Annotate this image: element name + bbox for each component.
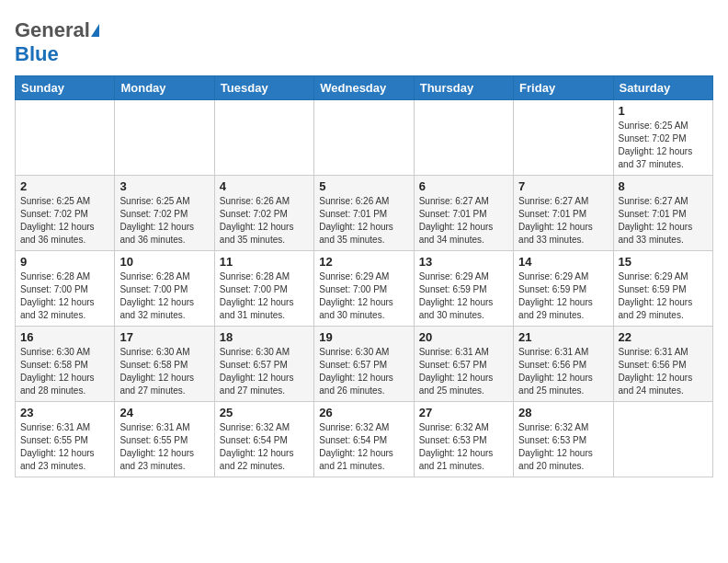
calendar-cell [115,100,214,176]
day-number: 11 [220,255,309,269]
calendar-cell: 1Sunrise: 6:25 AM Sunset: 7:02 PM Daylig… [613,100,712,176]
day-info: Sunrise: 6:31 AM Sunset: 6:56 PM Dayligh… [518,346,608,397]
day-number: 17 [119,330,209,344]
day-info: Sunrise: 6:31 AM Sunset: 6:57 PM Dayligh… [419,346,508,397]
day-info: Sunrise: 6:30 AM Sunset: 6:57 PM Dayligh… [319,346,408,397]
weekday-header-friday: Friday [514,76,613,100]
logo-blue: Blue [15,42,59,66]
calendar-cell: 13Sunrise: 6:29 AM Sunset: 6:59 PM Dayli… [414,251,513,327]
day-number: 4 [220,179,309,193]
day-info: Sunrise: 6:30 AM Sunset: 6:58 PM Dayligh… [119,346,209,397]
day-info: Sunrise: 6:27 AM Sunset: 7:01 PM Dayligh… [518,195,608,247]
day-info: Sunrise: 6:29 AM Sunset: 6:59 PM Dayligh… [619,270,708,322]
calendar-cell: 16Sunrise: 6:30 AM Sunset: 6:58 PM Dayli… [16,327,115,402]
day-number: 14 [518,255,608,269]
day-info: Sunrise: 6:27 AM Sunset: 7:01 PM Dayligh… [619,195,708,247]
calendar-cell: 3Sunrise: 6:25 AM Sunset: 7:02 PM Daylig… [115,176,214,251]
calendar-table: SundayMondayTuesdayWednesdayThursdayFrid… [15,75,713,477]
day-info: Sunrise: 6:28 AM Sunset: 7:00 PM Dayligh… [20,270,109,322]
calendar-week-row: 9Sunrise: 6:28 AM Sunset: 7:00 PM Daylig… [16,251,713,327]
day-info: Sunrise: 6:25 AM Sunset: 7:02 PM Dayligh… [119,195,209,247]
calendar-cell: 18Sunrise: 6:30 AM Sunset: 6:57 PM Dayli… [214,327,313,402]
day-number: 3 [119,179,209,193]
day-number: 28 [518,406,608,419]
day-number: 20 [419,330,508,344]
calendar-cell [16,100,115,176]
calendar-cell: 4Sunrise: 6:26 AM Sunset: 7:02 PM Daylig… [214,176,313,251]
weekday-header-monday: Monday [115,76,214,100]
day-info: Sunrise: 6:31 AM Sunset: 6:55 PM Dayligh… [119,421,209,473]
day-info: Sunrise: 6:29 AM Sunset: 6:59 PM Dayligh… [518,270,608,322]
day-info: Sunrise: 6:31 AM Sunset: 6:55 PM Dayligh… [20,421,109,473]
calendar-week-row: 23Sunrise: 6:31 AM Sunset: 6:55 PM Dayli… [16,402,713,477]
day-info: Sunrise: 6:25 AM Sunset: 7:02 PM Dayligh… [619,120,708,171]
calendar-cell [314,100,414,176]
day-info: Sunrise: 6:32 AM Sunset: 6:54 PM Dayligh… [220,421,309,473]
weekday-header-wednesday: Wednesday [314,76,414,100]
calendar-cell: 26Sunrise: 6:32 AM Sunset: 6:54 PM Dayli… [314,402,414,477]
calendar-cell [613,402,712,477]
day-number: 18 [220,330,309,344]
day-number: 10 [119,255,209,269]
day-number: 2 [20,179,109,193]
calendar-week-row: 16Sunrise: 6:30 AM Sunset: 6:58 PM Dayli… [16,327,713,402]
weekday-header-thursday: Thursday [414,76,513,100]
day-info: Sunrise: 6:32 AM Sunset: 6:53 PM Dayligh… [518,421,608,473]
day-info: Sunrise: 6:31 AM Sunset: 6:56 PM Dayligh… [619,346,708,397]
day-number: 15 [619,255,708,269]
day-info: Sunrise: 6:27 AM Sunset: 7:01 PM Dayligh… [419,195,508,247]
day-info: Sunrise: 6:25 AM Sunset: 7:02 PM Dayligh… [20,195,109,247]
calendar-cell: 21Sunrise: 6:31 AM Sunset: 6:56 PM Dayli… [514,327,613,402]
calendar-cell: 15Sunrise: 6:29 AM Sunset: 6:59 PM Dayli… [613,251,712,327]
day-info: Sunrise: 6:26 AM Sunset: 7:02 PM Dayligh… [220,195,309,247]
day-number: 27 [419,406,508,419]
calendar-header-row: SundayMondayTuesdayWednesdayThursdayFrid… [16,76,713,100]
calendar-cell: 11Sunrise: 6:28 AM Sunset: 7:00 PM Dayli… [214,251,313,327]
calendar-cell [514,100,613,176]
day-info: Sunrise: 6:32 AM Sunset: 6:53 PM Dayligh… [419,421,508,473]
day-number: 21 [518,330,608,344]
calendar-cell: 28Sunrise: 6:32 AM Sunset: 6:53 PM Dayli… [514,402,613,477]
calendar-cell: 24Sunrise: 6:31 AM Sunset: 6:55 PM Dayli… [115,402,214,477]
calendar-cell: 17Sunrise: 6:30 AM Sunset: 6:58 PM Dayli… [115,327,214,402]
calendar-cell: 2Sunrise: 6:25 AM Sunset: 7:02 PM Daylig… [16,176,115,251]
day-number: 6 [419,179,508,193]
day-number: 23 [20,406,109,419]
day-info: Sunrise: 6:29 AM Sunset: 7:00 PM Dayligh… [319,270,408,322]
day-number: 26 [319,406,408,419]
calendar-cell: 14Sunrise: 6:29 AM Sunset: 6:59 PM Dayli… [514,251,613,327]
calendar-cell: 5Sunrise: 6:26 AM Sunset: 7:01 PM Daylig… [314,176,414,251]
calendar-cell: 6Sunrise: 6:27 AM Sunset: 7:01 PM Daylig… [414,176,513,251]
day-info: Sunrise: 6:26 AM Sunset: 7:01 PM Dayligh… [319,195,408,247]
calendar-cell: 9Sunrise: 6:28 AM Sunset: 7:00 PM Daylig… [16,251,115,327]
weekday-header-saturday: Saturday [613,76,712,100]
calendar-cell: 23Sunrise: 6:31 AM Sunset: 6:55 PM Dayli… [16,402,115,477]
calendar-cell [414,100,513,176]
day-number: 22 [619,330,708,344]
calendar-cell: 22Sunrise: 6:31 AM Sunset: 6:56 PM Dayli… [613,327,712,402]
calendar-cell [214,100,313,176]
day-number: 7 [518,179,608,193]
day-info: Sunrise: 6:28 AM Sunset: 7:00 PM Dayligh… [119,270,209,322]
day-number: 24 [119,406,209,419]
page-header: General Blue [15,15,713,66]
weekday-header-sunday: Sunday [16,76,115,100]
calendar-cell: 25Sunrise: 6:32 AM Sunset: 6:54 PM Dayli… [214,402,313,477]
day-number: 25 [220,406,309,419]
calendar-week-row: 2Sunrise: 6:25 AM Sunset: 7:02 PM Daylig… [16,176,713,251]
day-info: Sunrise: 6:30 AM Sunset: 6:57 PM Dayligh… [220,346,309,397]
day-number: 9 [20,255,109,269]
day-number: 8 [619,179,708,193]
day-info: Sunrise: 6:30 AM Sunset: 6:58 PM Dayligh… [20,346,109,397]
logo: General Blue [15,18,99,66]
day-number: 13 [419,255,508,269]
day-number: 16 [20,330,109,344]
calendar-cell: 10Sunrise: 6:28 AM Sunset: 7:00 PM Dayli… [115,251,214,327]
calendar-cell: 8Sunrise: 6:27 AM Sunset: 7:01 PM Daylig… [613,176,712,251]
calendar-cell: 19Sunrise: 6:30 AM Sunset: 6:57 PM Dayli… [314,327,414,402]
day-info: Sunrise: 6:32 AM Sunset: 6:54 PM Dayligh… [319,421,408,473]
day-number: 12 [319,255,408,269]
day-number: 19 [319,330,408,344]
calendar-week-row: 1Sunrise: 6:25 AM Sunset: 7:02 PM Daylig… [16,100,713,176]
day-number: 1 [619,104,708,118]
